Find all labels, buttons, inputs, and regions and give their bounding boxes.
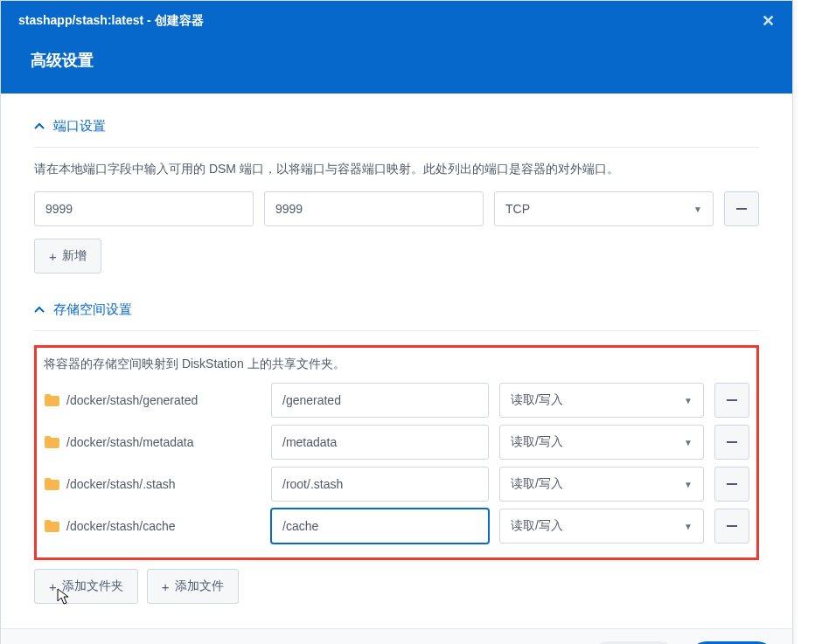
plus-icon: + (49, 250, 57, 263)
remove-volume-button[interactable] (714, 509, 749, 544)
folder-icon (44, 394, 59, 406)
chevron-down-icon: ▼ (693, 204, 702, 214)
add-port-button[interactable]: + 新增 (34, 239, 101, 274)
add-folder-button[interactable]: + 添加文件夹 (34, 569, 138, 604)
container-mount-input[interactable]: /metadata (271, 425, 489, 460)
chevron-down-icon: ▼ (684, 438, 693, 447)
minus-icon (727, 483, 737, 485)
chevron-down-icon: ▼ (684, 396, 693, 405)
chevron-down-icon: ▼ (684, 480, 693, 489)
host-path-cell[interactable]: /docker/stash/cache (44, 519, 261, 533)
modal-footer: 上一步 下一步 (1, 628, 792, 644)
mode-select[interactable]: 读取/写入▼ (499, 467, 704, 502)
protocol-select[interactable]: TCP ▼ (494, 191, 714, 226)
host-path-text: /docker/stash/cache (66, 519, 176, 533)
storage-section-desc: 将容器的存储空间映射到 DiskStation 上的共享文件夹。 (44, 353, 749, 372)
folder-icon (44, 436, 59, 448)
breadcrumb: stashapp/stash:latest - 创建容器 (18, 13, 204, 29)
remove-volume-button[interactable] (714, 425, 749, 460)
local-port-input[interactable]: 9999 (34, 191, 254, 226)
page-title: 高级设置 (18, 50, 775, 83)
folder-icon (44, 520, 59, 532)
container-port-input[interactable]: 9999 (264, 191, 484, 226)
storage-section-toggle[interactable]: 存储空间设置 (34, 296, 759, 323)
volume-row: /docker/stash/generated/generated读取/写入▼ (44, 383, 749, 418)
volume-row: /docker/stash/.stash/root/.stash读取/写入▼ (44, 467, 749, 502)
plus-icon: + (162, 580, 170, 593)
host-path-text: /docker/stash/generated (66, 393, 198, 407)
host-path-cell[interactable]: /docker/stash/.stash (44, 477, 261, 491)
remove-volume-button[interactable] (714, 467, 749, 502)
chevron-down-icon: ▼ (684, 522, 693, 531)
remove-port-button[interactable] (724, 191, 759, 226)
container-mount-input[interactable]: /cache (271, 509, 489, 544)
minus-icon (727, 399, 737, 401)
modal-header: stashapp/stash:latest - 创建容器 ✕ 高级设置 (1, 1, 792, 93)
mode-select[interactable]: 读取/写入▼ (499, 383, 704, 418)
storage-section-title: 存储空间设置 (53, 301, 132, 318)
mode-select[interactable]: 读取/写入▼ (499, 509, 704, 544)
storage-highlight-box: 将容器的存储空间映射到 DiskStation 上的共享文件夹。 /docker… (34, 345, 759, 560)
minus-icon (736, 208, 747, 210)
minus-icon (727, 525, 737, 527)
container-mount-input[interactable]: /root/.stash (271, 467, 489, 502)
close-icon[interactable]: ✕ (762, 11, 775, 31)
volume-row: /docker/stash/cache/cache读取/写入▼ (44, 509, 749, 544)
divider (34, 147, 759, 148)
mode-select[interactable]: 读取/写入▼ (499, 425, 704, 460)
add-file-button[interactable]: + 添加文件 (147, 569, 239, 604)
chevron-up-icon (34, 305, 45, 315)
host-path-text: /docker/stash/.stash (66, 477, 176, 491)
chevron-up-icon (34, 121, 45, 132)
container-mount-input[interactable]: /generated (271, 383, 489, 418)
port-row: 9999 9999 TCP ▼ (34, 191, 759, 226)
port-section-title: 端口设置 (53, 118, 106, 135)
plus-icon: + (49, 580, 57, 593)
port-section-desc: 请在本地端口字段中输入可用的 DSM 端口，以将端口与容器端口映射。此处列出的端… (34, 162, 759, 177)
host-path-cell[interactable]: /docker/stash/generated (44, 393, 261, 407)
minus-icon (727, 441, 737, 443)
host-path-text: /docker/stash/metadata (66, 435, 194, 449)
modal-container: stashapp/stash:latest - 创建容器 ✕ 高级设置 端口设置… (0, 0, 793, 644)
remove-volume-button[interactable] (714, 383, 749, 418)
port-section-toggle[interactable]: 端口设置 (34, 113, 759, 140)
host-path-cell[interactable]: /docker/stash/metadata (44, 435, 261, 449)
volume-row: /docker/stash/metadata/metadata读取/写入▼ (44, 425, 749, 460)
divider (34, 330, 759, 331)
folder-icon (44, 478, 59, 490)
